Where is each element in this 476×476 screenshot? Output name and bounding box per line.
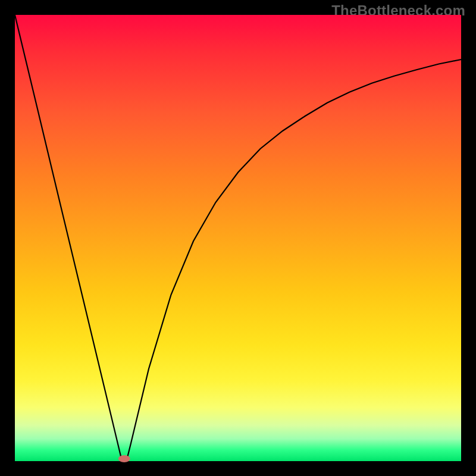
- bottleneck-curve: [15, 15, 461, 461]
- chart-frame: TheBottleneck.com: [0, 0, 476, 476]
- curve-layer: [15, 15, 461, 461]
- plot-area: [15, 15, 461, 461]
- current-config-marker: [118, 455, 130, 462]
